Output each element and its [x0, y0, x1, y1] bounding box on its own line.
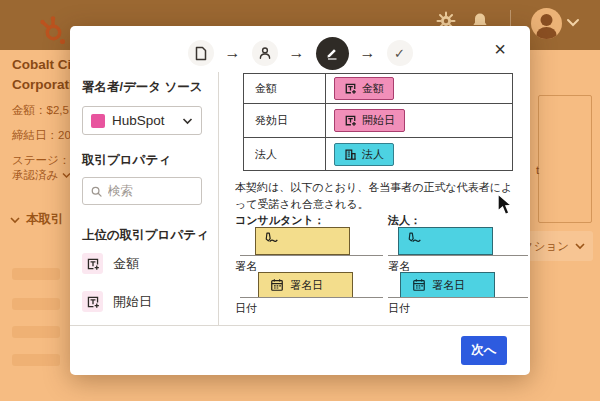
text-plus-icon — [82, 291, 103, 312]
building-icon — [344, 148, 357, 161]
date-label: 日付 — [235, 301, 257, 316]
step-recipients[interactable] — [252, 40, 278, 66]
panel-divider — [218, 72, 219, 325]
signature-line — [240, 255, 383, 256]
step-fields-active[interactable] — [316, 37, 349, 70]
calendar-icon — [270, 278, 284, 292]
skeleton-row — [12, 326, 60, 338]
tag-label: 署名日 — [290, 278, 323, 293]
date-line — [240, 297, 383, 298]
top-properties-heading: 上位の取引プロパティ — [82, 227, 209, 244]
stepper: → → → ✓ — [70, 35, 530, 71]
tag-label: 開始日 — [362, 113, 395, 128]
deal-amount: 金額：$2,5 — [12, 103, 69, 118]
deal-close-date: 締結日：20 — [12, 128, 71, 143]
actions-dropdown[interactable]: クション — [519, 231, 593, 261]
property-search[interactable] — [82, 177, 202, 205]
document-icon — [194, 46, 208, 61]
field-tag-start-date[interactable]: 開始日 — [334, 109, 405, 132]
search-input[interactable] — [108, 184, 193, 198]
deal-company-name: Cobalt Ci Corporati — [12, 55, 73, 94]
arrow-icon: → — [225, 45, 241, 61]
row-label: 金額 — [244, 74, 326, 103]
signature-party-title: コンサルタント： — [235, 213, 325, 228]
signature-party-title: 法人： — [388, 213, 421, 228]
arrow-icon: → — [360, 45, 376, 61]
row-label: 法人 — [244, 138, 326, 170]
date-line — [388, 297, 528, 298]
property-item-start-date[interactable]: 開始日 — [82, 291, 152, 312]
background-card — [538, 95, 592, 223]
field-tag-company[interactable]: 法人 — [334, 143, 394, 166]
next-button[interactable]: 次へ — [461, 336, 507, 365]
field-table: 金額 金額 発効日 — [243, 73, 513, 171]
signature-line — [388, 255, 528, 256]
mouse-cursor — [494, 193, 516, 217]
pen-icon — [405, 232, 423, 245]
skeleton-row — [12, 298, 60, 310]
hubspot-logo-icon[interactable] — [37, 15, 69, 47]
tag-label: 署名日 — [432, 278, 465, 293]
screen: Cobalt Ci Corporati 金額：$2,5 締結日：20 ステージ：… — [0, 0, 600, 401]
date-signed-field-consultant[interactable]: 署名日 — [258, 272, 353, 298]
sign-label: 署名 — [235, 259, 257, 274]
tag-label: 金額 — [362, 81, 384, 96]
text-plus-icon — [82, 253, 103, 274]
search-icon — [91, 185, 102, 198]
check-icon: ✓ — [394, 46, 405, 61]
signature-setup-dialog: → → → ✓ × 署名者/データ ソース — [70, 26, 530, 375]
text-plus-icon — [344, 114, 357, 127]
footer-divider — [70, 325, 530, 326]
signer-source-heading: 署名者/データ ソース — [82, 79, 203, 96]
agreement-text: 本契約は、以下のとおり、各当事者の正式な代表者によって受諾され合意される。 — [235, 179, 515, 212]
deal-properties-heading: 取引プロパティ — [82, 152, 171, 169]
color-swatch — [91, 114, 105, 128]
pen-icon — [262, 232, 280, 245]
deal-stage-value[interactable]: 承認済み — [12, 168, 71, 183]
chevron-down-icon[interactable] — [566, 18, 580, 28]
data-source-value: HubSpot — [112, 113, 165, 128]
chevron-down-icon — [182, 117, 193, 125]
property-label: 金額 — [113, 255, 139, 273]
row-label: 発効日 — [244, 104, 326, 137]
avatar-image — [531, 8, 562, 39]
signature-field-consultant[interactable] — [255, 227, 350, 255]
background-card-text: t — [536, 164, 539, 176]
table-row: 発効日 開始日 — [244, 104, 512, 138]
avatar[interactable] — [531, 8, 562, 39]
chevron-down-icon — [575, 242, 585, 250]
chevron-down-icon — [10, 216, 20, 224]
section-toggle-deal[interactable]: 本取引 — [10, 211, 64, 228]
close-button[interactable]: × — [494, 39, 506, 59]
signature-field-company[interactable] — [398, 227, 493, 255]
person-icon — [258, 46, 272, 60]
step-review[interactable]: ✓ — [387, 40, 413, 66]
arrow-icon: → — [289, 45, 305, 61]
skeleton-row — [12, 268, 60, 280]
date-signed-field-company[interactable]: 署名日 — [400, 272, 495, 298]
calendar-icon — [412, 278, 426, 292]
property-item-amount[interactable]: 金額 — [82, 253, 139, 274]
deal-stage-label: ステージ： — [12, 153, 70, 168]
skeleton-row — [12, 354, 60, 366]
step-document[interactable] — [188, 40, 214, 66]
property-label: 開始日 — [113, 293, 152, 311]
date-label: 日付 — [388, 301, 410, 316]
field-tag-amount[interactable]: 金額 — [334, 77, 394, 100]
text-plus-icon — [344, 82, 357, 95]
pencil-icon — [324, 45, 340, 61]
tag-label: 法人 — [362, 147, 384, 162]
data-source-select[interactable]: HubSpot — [82, 106, 202, 135]
table-row: 金額 金額 — [244, 74, 512, 104]
table-row: 法人 法人 — [244, 138, 512, 171]
